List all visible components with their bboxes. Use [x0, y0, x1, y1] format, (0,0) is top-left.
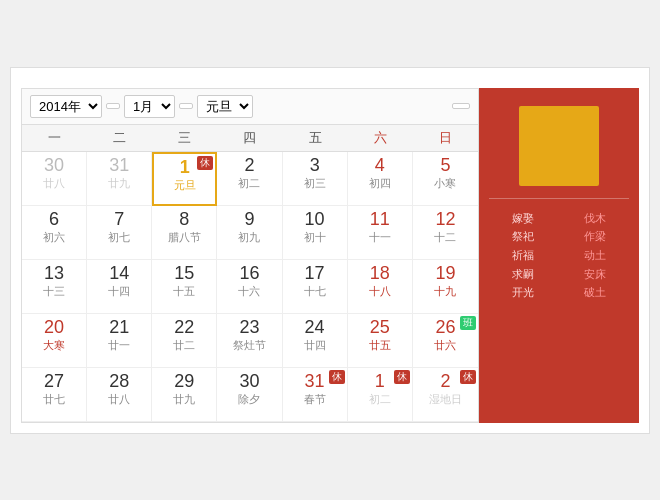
weekday-一: 一 [22, 125, 87, 151]
day-lunar: 十二 [417, 230, 474, 245]
day-num: 30 [26, 155, 82, 177]
cal-cell-2-1[interactable]: 14十四 [87, 260, 152, 314]
cal-cell-2-2[interactable]: 15十五 [152, 260, 217, 314]
weekday-三: 三 [152, 125, 217, 151]
day-lunar: 十四 [91, 284, 147, 299]
day-num: 29 [156, 371, 212, 393]
day-num: 20 [26, 317, 82, 339]
cal-cell-4-1[interactable]: 28廿八 [87, 368, 152, 422]
cal-cell-0-2[interactable]: 休1元旦 [152, 152, 217, 206]
day-lunar: 廿八 [26, 176, 82, 191]
day-num: 31 [91, 155, 147, 177]
yi-item: 开光 [489, 283, 557, 302]
cal-cell-0-3[interactable]: 2初二 [217, 152, 282, 206]
day-lunar: 腊八节 [156, 230, 212, 245]
day-num: 21 [91, 317, 147, 339]
day-num: 13 [26, 263, 82, 285]
cal-cell-2-0[interactable]: 13十三 [22, 260, 87, 314]
calendar-left: 2014年 1月 元旦 一二三四五六日 30廿八31廿九休1元旦2初二3初三4初… [21, 88, 479, 423]
cal-cell-3-5[interactable]: 25廿五 [348, 314, 413, 368]
ji-item: 伐木 [561, 209, 629, 228]
cal-cell-3-1[interactable]: 21廿一 [87, 314, 152, 368]
cal-cell-1-4[interactable]: 10初十 [283, 206, 348, 260]
day-num: 4 [352, 155, 408, 177]
day-lunar: 初十 [287, 230, 343, 245]
day-num: 19 [417, 263, 474, 285]
weekday-四: 四 [217, 125, 282, 151]
month-select[interactable]: 1月 [124, 95, 175, 118]
cal-cell-1-5[interactable]: 11十一 [348, 206, 413, 260]
cal-cell-1-3[interactable]: 9初九 [217, 206, 282, 260]
cal-cell-0-5[interactable]: 4初四 [348, 152, 413, 206]
cal-cell-4-5[interactable]: 休1初二 [348, 368, 413, 422]
day-num: 10 [287, 209, 343, 231]
cal-cell-2-4[interactable]: 17十七 [283, 260, 348, 314]
day-lunar: 十八 [352, 284, 408, 299]
weekday-五: 五 [283, 125, 348, 151]
cal-cell-3-2[interactable]: 22廿二 [152, 314, 217, 368]
cal-cell-1-2[interactable]: 8腊八节 [152, 206, 217, 260]
day-lunar: 廿八 [91, 392, 147, 407]
next-month-button[interactable] [179, 103, 193, 109]
day-lunar: 初二 [352, 392, 408, 407]
cal-cell-0-0[interactable]: 30廿八 [22, 152, 87, 206]
cal-cell-3-3[interactable]: 23祭灶节 [217, 314, 282, 368]
ji-item: 安床 [561, 265, 629, 284]
cal-cell-0-4[interactable]: 3初三 [283, 152, 348, 206]
yi-item: 祈福 [489, 246, 557, 265]
calendar-grid: 30廿八31廿九休1元旦2初二3初三4初四5小寒6初六7初七8腊八节9初九10初… [22, 152, 478, 422]
cal-cell-4-3[interactable]: 30除夕 [217, 368, 282, 422]
day-lunar: 廿六 [417, 338, 474, 353]
cal-cell-1-0[interactable]: 6初六 [22, 206, 87, 260]
cal-cell-2-5[interactable]: 18十八 [348, 260, 413, 314]
day-lunar: 元旦 [158, 178, 211, 193]
day-num: 28 [91, 371, 147, 393]
cal-cell-2-3[interactable]: 16十六 [217, 260, 282, 314]
day-lunar: 十六 [221, 284, 277, 299]
cal-cell-1-6[interactable]: 12十二 [413, 206, 478, 260]
cal-cell-4-2[interactable]: 29廿九 [152, 368, 217, 422]
holiday-select[interactable]: 元旦 [197, 95, 253, 118]
cal-cell-3-6[interactable]: 班26廿六 [413, 314, 478, 368]
day-num: 6 [26, 209, 82, 231]
main-container: 2014年 1月 元旦 一二三四五六日 30廿八31廿九休1元旦2初二3初三4初… [10, 67, 650, 434]
cal-cell-3-0[interactable]: 20大寒 [22, 314, 87, 368]
day-num: 3 [287, 155, 343, 177]
cal-cell-0-6[interactable]: 5小寒 [413, 152, 478, 206]
day-num: 24 [287, 317, 343, 339]
day-lunar: 除夕 [221, 392, 277, 407]
day-lunar: 初六 [26, 230, 82, 245]
day-lunar: 初九 [221, 230, 277, 245]
weekday-日: 日 [413, 125, 478, 151]
cal-cell-0-1[interactable]: 31廿九 [87, 152, 152, 206]
cal-cell-4-6[interactable]: 休2湿地日 [413, 368, 478, 422]
badge-0-2: 休 [197, 156, 213, 170]
yi-ji-content: 嫁娶祭祀祈福求嗣开光 伐木作梁动土安床破土 [489, 209, 629, 302]
day-num: 22 [156, 317, 212, 339]
cal-cell-1-1[interactable]: 7初七 [87, 206, 152, 260]
cal-cell-4-0[interactable]: 27廿七 [22, 368, 87, 422]
cal-cell-4-4[interactable]: 休31春节 [283, 368, 348, 422]
right-lunar [489, 192, 629, 199]
day-num: 15 [156, 263, 212, 285]
day-lunar: 十五 [156, 284, 212, 299]
year-select[interactable]: 2014年 [30, 95, 102, 118]
day-num: 2 [221, 155, 277, 177]
day-num: 9 [221, 209, 277, 231]
day-num: 11 [352, 209, 408, 231]
day-num: 23 [221, 317, 277, 339]
return-today-button[interactable] [452, 103, 470, 109]
yi-item: 祭祀 [489, 227, 557, 246]
calendar-right: 嫁娶祭祀祈福求嗣开光 伐木作梁动土安床破土 [479, 88, 639, 423]
weekday-header: 一二三四五六日 [22, 125, 478, 152]
day-lunar: 初四 [352, 176, 408, 191]
calendar-wrapper: 2014年 1月 元旦 一二三四五六日 30廿八31廿九休1元旦2初二3初三4初… [21, 88, 639, 423]
day-lunar: 初二 [221, 176, 277, 191]
day-num: 17 [287, 263, 343, 285]
cal-cell-2-6[interactable]: 19十九 [413, 260, 478, 314]
day-lunar: 十三 [26, 284, 82, 299]
day-lunar: 春节 [287, 392, 343, 407]
day-lunar: 十九 [417, 284, 474, 299]
prev-month-button[interactable] [106, 103, 120, 109]
cal-cell-3-4[interactable]: 24廿四 [283, 314, 348, 368]
